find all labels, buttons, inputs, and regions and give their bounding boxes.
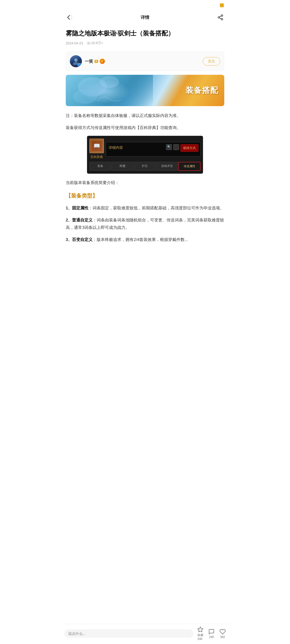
author-card: ♂ 一笑 V 👑 关注 — [66, 52, 224, 71]
game-icon-search: 🔍 — [166, 144, 172, 150]
banner-image: 装备搭配 — [66, 75, 224, 106]
game-book-icon: 📖 — [89, 139, 104, 153]
gender-badge: ♂ — [78, 63, 82, 67]
article-body: 注：装备名称等数据采集自体验服，请以正式服实际内容为准。 装备获得方式与传送属性… — [60, 111, 230, 272]
equip-item-3-desc: ：版本终极追求，拥有2/4套装效果，根据穿戴件数... — [93, 237, 188, 242]
article-views: 20.6万+ — [87, 41, 103, 45]
note2: 装备获得方式与传送属性可使用游戏内【百科辞典】功能查询。 — [66, 124, 224, 132]
equip-item-1: 1、固定属性：词条固定，获取难度较低，前期搭配基础，高强度部位可作为毕业选项。 — [66, 204, 224, 212]
equip-item-1-num: 1、 — [66, 206, 72, 210]
back-button[interactable] — [65, 13, 74, 22]
author-details: 一笑 V 👑 — [85, 58, 105, 64]
notification-icon — [220, 4, 224, 7]
game-tab-enchant: 附魔 — [112, 162, 133, 171]
author-name: 一笑 — [85, 58, 93, 64]
follow-button[interactable]: 关注 — [203, 57, 220, 66]
game-ui-top: 📖 百科辞典 详细内容 🔍 👁 获得方式 — [89, 139, 201, 160]
article-meta: 2024-04-23 20.6万+ — [66, 41, 224, 45]
equip-item-3-type: 百变自定义 — [72, 237, 93, 242]
equipment-type-title: 【装备类型】 — [66, 191, 224, 201]
game-detail-panel: 详细内容 🔍 👁 获得方式 — [106, 142, 201, 156]
game-tab-terms: 游戏术语 — [156, 162, 178, 171]
article-title: 雾隐之地版本极诣·驭剑士（装备搭配） — [66, 29, 224, 38]
game-book: 📖 百科辞典 — [89, 139, 104, 160]
equip-item-3: 3、百变自定义：版本终极追求，拥有2/4套装效果，根据穿戴件数... — [66, 236, 224, 243]
views-icon — [87, 42, 90, 44]
note1: 注：装备名称等数据采集自体验服，请以正式服实际内容为准。 — [66, 112, 224, 120]
equip-item-1-type: 固定属性 — [72, 206, 88, 210]
author-info: ♂ 一笑 V 👑 — [70, 55, 105, 67]
equip-item-2-type: 普通自定义 — [72, 218, 93, 222]
svg-point-10 — [73, 89, 97, 104]
page-title: 详情 — [141, 14, 149, 20]
svg-line-5 — [219, 16, 221, 17]
game-obtain-btn: 获得方式 — [181, 144, 198, 152]
banner-text: 装备搭配 — [186, 85, 224, 96]
svg-point-2 — [218, 17, 220, 18]
share-button[interactable] — [216, 13, 225, 22]
game-detail-icons: 🔍 👁 获得方式 — [166, 144, 198, 152]
svg-point-9 — [100, 76, 119, 88]
article-date: 2024-04-23 — [66, 41, 83, 45]
avatar: ♂ — [70, 55, 82, 67]
svg-point-6 — [74, 58, 78, 62]
game-tabs-row: 装备 附魔 护石 游戏术语 传送属性 — [89, 162, 201, 171]
game-tab-equipment: 装备 — [89, 162, 111, 171]
game-tab-stone: 护石 — [134, 162, 156, 171]
game-book-label: 百科辞典 — [90, 154, 103, 160]
svg-point-1 — [221, 15, 223, 16]
game-screenshot: 📖 百科辞典 详细内容 🔍 👁 获得方式 装备 附魔 护石 游戏术语 传送属性 — [87, 136, 203, 174]
article-header: 雾隐之地版本极诣·驭剑士（装备搭配） 2024-04-23 20.6万+ — [60, 24, 230, 52]
equip-item-2-num: 2、 — [66, 218, 72, 222]
author-name-row: 一笑 V 👑 — [85, 58, 105, 64]
svg-line-4 — [219, 18, 221, 19]
equip-item-2: 2、普通自定义：词条由装备词条池随机组合，可变更、传送词条，完美词条获取难度较高… — [66, 216, 224, 232]
game-tab-teleport: 传送属性 — [178, 162, 201, 171]
equip-item-1-desc: ：词条固定，获取难度较低，前期搭配基础，高强度部位可作为毕业选项。 — [88, 206, 224, 210]
equip-item-3-num: 3、 — [66, 237, 72, 242]
section-intro: 当前版本装备系统简要介绍： — [66, 179, 224, 186]
extra-badge: 👑 — [100, 58, 105, 64]
v-badge: V — [94, 60, 98, 63]
nav-bar: 详情 — [60, 10, 230, 24]
status-bar — [60, 0, 230, 10]
svg-point-3 — [221, 18, 223, 20]
game-icon-eye: 👁 — [173, 144, 179, 150]
